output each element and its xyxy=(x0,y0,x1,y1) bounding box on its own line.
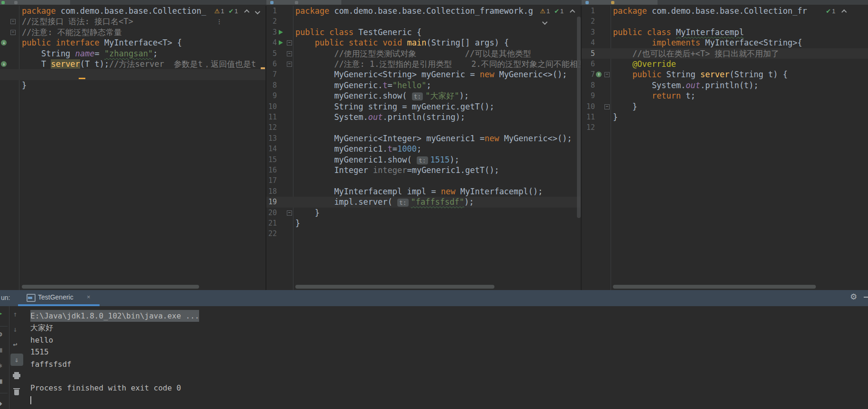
code-line[interactable]: 17 xyxy=(266,175,581,186)
editor-pane-testgeneric[interactable]: 1package com.demo.base.base.Collection_f… xyxy=(266,6,581,290)
code-line[interactable]: 16 Integer integer=myGeneric1.getT(); xyxy=(266,165,581,175)
pin-icon[interactable]: ◆ xyxy=(0,399,4,408)
console-line[interactable]: E:\Java\jdk1.8.0_102\bin\java.exe ... xyxy=(30,310,199,322)
fold-icon[interactable]: − xyxy=(604,72,610,77)
console-line[interactable]: Process finished with exit code 0 xyxy=(30,382,181,394)
fold-icon[interactable]: − xyxy=(287,51,292,56)
fold-icon[interactable]: − xyxy=(287,62,292,67)
stop-icon[interactable]: ■ xyxy=(0,345,4,354)
ok-icon[interactable]: ✔ xyxy=(554,8,559,15)
implemented-icon[interactable]: ↓ xyxy=(1,40,7,45)
next-problem-icon[interactable] xyxy=(542,19,548,25)
code-line[interactable]: 8 myGeneric.t="hello"; xyxy=(266,80,581,91)
ok-icon[interactable]: ✔ xyxy=(228,8,234,15)
code-line[interactable]: 11 System.out.println(string); xyxy=(266,112,581,122)
console-line[interactable]: faffsfsdf xyxy=(30,358,72,370)
code-line[interactable]: 12 xyxy=(582,122,868,133)
code-line[interactable]: ↓public interface MyInterface<T> { xyxy=(0,37,265,48)
soft-wrap-icon[interactable]: ↩ xyxy=(11,340,19,349)
code-line[interactable]: 18 MyInterfacempl impl = new MyInterface… xyxy=(266,186,581,197)
down-arrow-icon[interactable]: ↓ xyxy=(11,325,19,334)
code-line[interactable]: 5− //使用泛型类测试对象 //可以是其他类型 xyxy=(266,48,581,59)
editor-pane-myinterfacempl[interactable]: 1package com.demo.base.base.Collection_f… xyxy=(582,6,868,290)
run-icon[interactable] xyxy=(279,40,283,45)
code-line[interactable]: 4− public static void main(String[] args… xyxy=(266,37,581,48)
code-line[interactable]: 15 myGeneric1.show( t:1515); xyxy=(266,155,581,165)
horizontal-scrollbar[interactable] xyxy=(22,285,199,289)
code-line[interactable]: 3public class TestGeneric { xyxy=(266,27,581,37)
hide-panel-icon[interactable] xyxy=(864,297,868,298)
up-arrow-icon[interactable]: ↑ xyxy=(11,310,19,318)
prev-problem-icon[interactable] xyxy=(244,9,249,14)
code-line[interactable]: 3public class MyInterfacempl xyxy=(582,27,868,37)
fold-icon[interactable]: − xyxy=(604,104,610,109)
code-line[interactable]: String name= "zhangsan"; xyxy=(0,48,265,59)
error-stripe-warning-mark[interactable] xyxy=(261,67,265,69)
warning-icon[interactable]: ⚠ xyxy=(214,8,220,15)
fold-icon[interactable]: − xyxy=(287,210,292,216)
override-icon[interactable]: ↑ xyxy=(596,72,602,77)
code-line[interactable]: 1package com.demo.base.base.Collection_f… xyxy=(582,6,868,16)
code-line[interactable]: 6− //注意: 1.泛型指的是引用类型 2.不同的泛型对象之间不能相互赋值 xyxy=(266,59,581,69)
code-line[interactable]: 19 impl.server( t:"faffsfsdf"); xyxy=(266,197,581,207)
scroll-to-end-icon[interactable]: ⇓ xyxy=(13,355,20,364)
console-line[interactable]: hello xyxy=(30,334,53,346)
code-line[interactable]: 10− } xyxy=(582,101,868,112)
inspection-widget[interactable]: ⚠1✔1 xyxy=(540,6,581,16)
code-line[interactable]: } xyxy=(0,80,265,91)
implemented-icon[interactable]: ↓ xyxy=(1,61,7,67)
console-line[interactable]: 大家好 xyxy=(30,322,53,334)
code-line[interactable]: ↓ T server(T t);//方法server 参数是t，返回值也是t xyxy=(0,59,265,69)
more-options-icon[interactable]: ⋮ xyxy=(216,18,222,25)
prev-problem-icon[interactable] xyxy=(570,9,575,14)
code-line[interactable]: 7↑− public String server(String t) { xyxy=(582,69,868,80)
vertical-scrollbar[interactable] xyxy=(577,17,581,218)
code-line[interactable]: 9 myGeneric.show( t:"大家好"); xyxy=(266,91,581,101)
rerun-icon[interactable]: ▶ xyxy=(0,309,4,318)
dump-threads-icon[interactable]: ✱ xyxy=(0,361,4,370)
code-line[interactable]: 1package com.demo.base.base.Collection_f… xyxy=(266,6,581,16)
console-line[interactable]: 1515 xyxy=(30,346,49,358)
warning-count[interactable]: 1 xyxy=(221,8,224,15)
warning-count[interactable]: 1 xyxy=(547,8,550,15)
code-line[interactable]: 4 implements MyInterface<String>{ xyxy=(582,37,868,48)
code-line[interactable]: −//注意: 不能泛型静态常量 xyxy=(0,27,265,37)
code-line[interactable]: 20− } xyxy=(266,208,581,218)
code-line[interactable]: 7 MyGeneric<String> myGeneric = new MyGe… xyxy=(266,69,581,80)
code-line[interactable]: 22 xyxy=(266,228,581,239)
ok-count[interactable]: 1 xyxy=(832,8,835,15)
pane-divider[interactable] xyxy=(581,6,582,296)
inspection-widget[interactable]: ✔1 xyxy=(826,6,850,16)
pane-divider[interactable] xyxy=(265,6,266,296)
close-icon[interactable]: × xyxy=(87,293,91,300)
inspection-widget[interactable]: ⚠1✔1⋮ xyxy=(214,6,265,16)
code-line[interactable]: 11} xyxy=(582,112,868,122)
fold-icon[interactable]: − xyxy=(10,19,16,24)
code-line[interactable]: 2 xyxy=(266,16,581,27)
code-line[interactable]: 8 System.out.println(t); xyxy=(582,80,868,91)
code-line[interactable]: 13 MyGeneric<Integer> myGeneric1 =new My… xyxy=(266,133,581,144)
console-output[interactable]: ▶ ⚙ ■ ✱ ▦ ◆ ↑ ↓ ↩ ⇓ E:\Java\jdk1.8.0_102… xyxy=(0,306,868,409)
code-line[interactable]: 12 xyxy=(266,122,581,133)
fold-icon[interactable]: − xyxy=(10,30,16,35)
editor-tab-stub-1[interactable] xyxy=(0,0,70,5)
code-line[interactable]: 2 xyxy=(582,16,868,27)
horizontal-scrollbar[interactable] xyxy=(613,285,816,289)
editor-tab-stub-3[interactable] xyxy=(582,0,658,5)
run-icon[interactable] xyxy=(279,30,283,35)
code-line[interactable]: 21} xyxy=(266,218,581,228)
wrench-icon[interactable]: ⚙ xyxy=(0,330,4,338)
horizontal-scrollbar[interactable] xyxy=(295,285,494,289)
ok-icon[interactable]: ✔ xyxy=(826,8,831,15)
editor-tab-stub-2[interactable] xyxy=(266,0,341,5)
prev-problem-icon[interactable] xyxy=(841,9,847,14)
ok-count[interactable]: 1 xyxy=(560,8,564,15)
warning-icon[interactable]: ⚠ xyxy=(540,8,546,15)
grid-icon[interactable]: ▦ xyxy=(0,377,4,385)
editor-pane-myinterface[interactable]: package com.demo.base.base.Collection_−/… xyxy=(0,6,265,290)
code-line[interactable]: −//泛型接口 语法: 接口名<T> xyxy=(0,16,265,27)
code-line[interactable]: 10 String string = myGeneric.getT(); xyxy=(266,101,581,112)
ok-count[interactable]: 1 xyxy=(235,8,238,15)
gear-icon[interactable]: ⚙ xyxy=(850,292,857,302)
code-line[interactable] xyxy=(0,69,265,80)
